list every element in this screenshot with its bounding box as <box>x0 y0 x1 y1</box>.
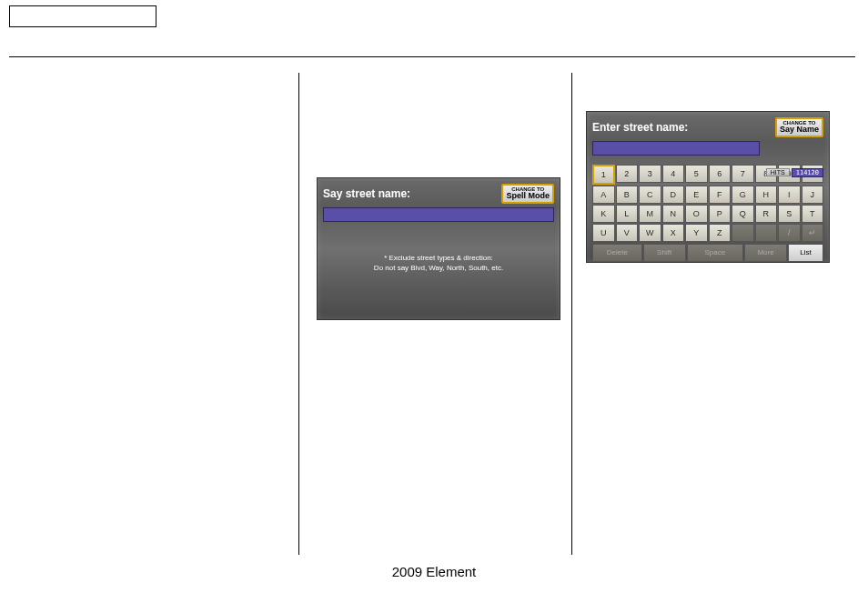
voice-panel-title: Say street name: <box>323 187 410 200</box>
footer-text: 2009 Element <box>0 564 868 579</box>
key-T[interactable]: T <box>802 205 824 223</box>
key-L[interactable]: L <box>616 205 639 223</box>
key-4[interactable]: 4 <box>662 165 685 183</box>
shift-key[interactable]: Shift <box>643 244 686 262</box>
hits-value: 114120 <box>792 168 823 177</box>
column-divider-1 <box>298 73 299 555</box>
key-blank[interactable] <box>732 224 754 242</box>
more-key[interactable]: More <box>744 244 787 262</box>
key-Q[interactable]: Q <box>732 205 754 223</box>
key-I[interactable]: I <box>778 186 801 204</box>
key-Y[interactable]: Y <box>685 224 708 242</box>
key-/[interactable]: / <box>778 224 801 242</box>
empty-header-box <box>9 5 156 27</box>
hits-counter: HITS 114120 <box>766 168 823 177</box>
key-7[interactable]: 7 <box>732 165 754 183</box>
key-H[interactable]: H <box>755 186 778 204</box>
voice-panel-header: Say street name: CHANGE TO Spell Mode <box>318 178 560 206</box>
change-to-mode-2: Say Name <box>780 125 819 134</box>
key-6[interactable]: 6 <box>709 165 732 183</box>
key-↵[interactable]: ↵ <box>802 224 824 242</box>
list-key[interactable]: List <box>788 244 823 262</box>
type-entry-panel: Enter street name: CHANGE TO Say Name HI… <box>586 111 830 263</box>
key-J[interactable]: J <box>802 186 824 204</box>
key-M[interactable]: M <box>639 205 661 223</box>
key-blank[interactable] <box>755 224 778 242</box>
key-D[interactable]: D <box>662 186 685 204</box>
key-P[interactable]: P <box>709 205 732 223</box>
key-E[interactable]: E <box>685 186 708 204</box>
hits-label: HITS <box>766 168 790 176</box>
space-key[interactable]: Space <box>687 244 744 262</box>
type-panel-title: Enter street name: <box>592 121 688 134</box>
key-K[interactable]: K <box>592 205 615 223</box>
key-O[interactable]: O <box>685 205 708 223</box>
key-W[interactable]: W <box>639 224 661 242</box>
column-divider-2 <box>571 73 572 555</box>
horizontal-rule <box>9 56 855 57</box>
key-C[interactable]: C <box>639 186 661 204</box>
key-R[interactable]: R <box>755 205 778 223</box>
key-Z[interactable]: Z <box>709 224 732 242</box>
key-2[interactable]: 2 <box>616 165 639 183</box>
key-S[interactable]: S <box>778 205 801 223</box>
type-input-bar[interactable] <box>592 141 760 156</box>
voice-entry-panel: Say street name: CHANGE TO Spell Mode * … <box>317 177 560 320</box>
key-U[interactable]: U <box>592 224 615 242</box>
key-F[interactable]: F <box>709 186 732 204</box>
delete-key[interactable]: Delete <box>592 244 642 262</box>
voice-input-bar <box>323 207 554 222</box>
type-panel-header: Enter street name: CHANGE TO Say Name <box>587 112 829 139</box>
keypad-function-row: Delete Shift Space More List <box>592 244 823 262</box>
change-to-spell-button[interactable]: CHANGE TO Spell Mode <box>501 184 554 204</box>
key-1[interactable]: 1 <box>592 165 615 185</box>
voice-instruction-line2: Do not say Blvd, Way, North, South, etc. <box>318 263 560 273</box>
change-to-say-button[interactable]: CHANGE TO Say Name <box>775 117 823 137</box>
change-to-mode: Spell Mode <box>506 191 550 200</box>
key-G[interactable]: G <box>732 186 754 204</box>
voice-instruction-line1: * Exclude street types & direction: <box>318 253 560 263</box>
key-X[interactable]: X <box>662 224 685 242</box>
voice-instruction: * Exclude street types & direction: Do n… <box>318 227 560 273</box>
key-5[interactable]: 5 <box>685 165 708 183</box>
key-V[interactable]: V <box>616 224 639 242</box>
key-N[interactable]: N <box>662 205 685 223</box>
key-B[interactable]: B <box>616 186 639 204</box>
key-3[interactable]: 3 <box>639 165 661 183</box>
key-A[interactable]: A <box>592 186 615 204</box>
